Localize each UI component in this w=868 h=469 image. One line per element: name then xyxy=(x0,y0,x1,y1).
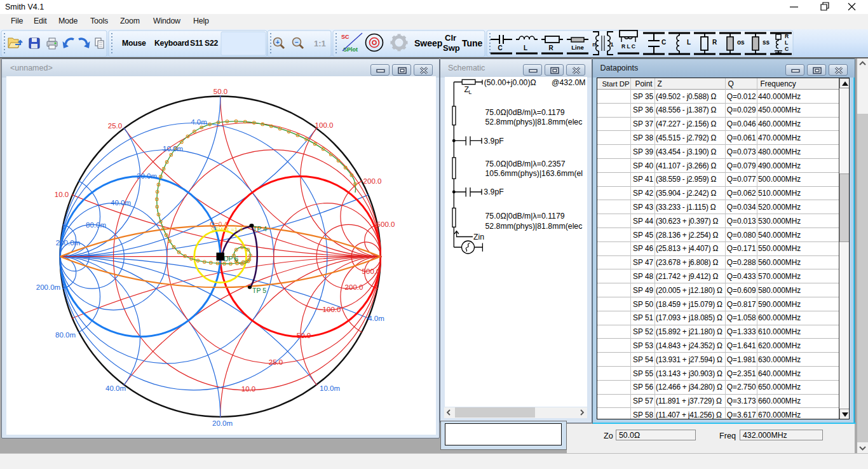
svg-text:L: L xyxy=(785,39,788,46)
svg-text:25.0: 25.0 xyxy=(107,122,121,130)
svg-text:1: 1 xyxy=(610,41,613,48)
svg-text:20.0m: 20.0m xyxy=(137,172,157,180)
svg-text:+: + xyxy=(276,39,280,46)
svg-text:ss: ss xyxy=(763,39,770,46)
svg-text:C: C xyxy=(661,39,666,46)
svg-text:S22: S22 xyxy=(205,39,219,48)
svg-text:R: R xyxy=(785,33,789,39)
svg-text:3.9pF: 3.9pF xyxy=(484,187,504,196)
svg-text:SPlot: SPlot xyxy=(343,46,358,53)
svg-text:50.0: 50.0 xyxy=(213,88,227,95)
svg-text:C: C xyxy=(785,46,789,52)
svg-text:4.0m: 4.0m xyxy=(191,118,207,126)
svg-text:S11: S11 xyxy=(190,39,203,48)
svg-text:20.0m: 20.0m xyxy=(212,419,233,427)
svg-text:1:1: 1:1 xyxy=(314,39,326,48)
svg-text:Keyboard: Keyboard xyxy=(154,39,189,48)
svg-text:Swp: Swp xyxy=(443,43,460,53)
svg-text:500.0: 500.0 xyxy=(362,268,380,275)
svg-text:105.6mm(phys)|163.6mm(el: 105.6mm(phys)|163.6mm(el xyxy=(485,169,583,178)
svg-text:200.0: 200.0 xyxy=(363,177,381,185)
svg-text:DP 6: DP 6 xyxy=(224,255,238,262)
svg-text:SC: SC xyxy=(341,34,349,40)
svg-text:Line: Line xyxy=(571,44,584,51)
svg-text:os: os xyxy=(737,39,745,46)
svg-text:Mouse: Mouse xyxy=(122,39,146,48)
svg-text:80.0m: 80.0m xyxy=(55,331,76,339)
svg-text:n: n xyxy=(592,41,596,48)
svg-text:L: L xyxy=(468,88,471,95)
svg-text:10.0m: 10.0m xyxy=(320,384,340,392)
svg-text:52.8mm(phys)|81.8mm(elec: 52.8mm(phys)|81.8mm(elec xyxy=(485,118,582,126)
svg-text:200.0: 200.0 xyxy=(344,283,363,291)
svg-text:40.0m: 40.0m xyxy=(111,199,131,207)
svg-text:10.0m: 10.0m xyxy=(163,145,183,153)
svg-text:TP 5: TP 5 xyxy=(252,287,266,294)
svg-text:100.0: 100.0 xyxy=(322,306,341,313)
svg-text:−: − xyxy=(295,39,299,46)
svg-text:100.0: 100.0 xyxy=(315,121,333,129)
svg-text:@432.0M: @432.0M xyxy=(552,78,586,86)
svg-text:4.0m: 4.0m xyxy=(368,315,384,322)
svg-text:200.0m: 200.0m xyxy=(36,283,60,291)
svg-text:75.0Ω|0dB/m|λ=0.2357: 75.0Ω|0dB/m|λ=0.2357 xyxy=(485,160,565,168)
svg-text:40.0m: 40.0m xyxy=(105,384,126,392)
svg-text:10.0: 10.0 xyxy=(241,385,255,393)
svg-text:50.0: 50.0 xyxy=(296,332,310,339)
svg-text:Zin: Zin xyxy=(473,233,484,241)
svg-text:L: L xyxy=(687,39,691,46)
svg-text:Sweep: Sweep xyxy=(414,38,442,48)
svg-text:75.0Ω|0dB/m|λ=0.1179: 75.0Ω|0dB/m|λ=0.1179 xyxy=(485,212,564,221)
svg-text:TP 4: TP 4 xyxy=(253,225,267,233)
svg-text:(50.00+j0.00)Ω: (50.00+j0.00)Ω xyxy=(484,78,536,86)
svg-text:R L C: R L C xyxy=(621,43,635,50)
svg-text:52.8mm(phys)|81.8mm(elec: 52.8mm(phys)|81.8mm(elec xyxy=(485,221,582,230)
svg-text:L: L xyxy=(524,44,527,51)
svg-text:R: R xyxy=(712,39,717,46)
svg-text:R: R xyxy=(548,44,553,51)
svg-text:Tune: Tune xyxy=(462,38,483,48)
svg-text:VSWR =1.4: VSWR =1.4 xyxy=(211,226,243,233)
svg-text:200.0m: 200.0m xyxy=(55,239,79,247)
svg-text:500.0: 500.0 xyxy=(376,221,395,228)
svg-text:25.0: 25.0 xyxy=(268,358,282,366)
svg-text:80.0m: 80.0m xyxy=(86,221,106,229)
svg-text:75.0Ω|0dB/m|λ=0.1179: 75.0Ω|0dB/m|λ=0.1179 xyxy=(485,108,564,117)
svg-text:10.0: 10.0 xyxy=(54,191,68,198)
svg-text:3.9pF: 3.9pF xyxy=(484,136,504,145)
svg-text:C: C xyxy=(498,44,502,51)
svg-text:Clr: Clr xyxy=(445,33,456,43)
